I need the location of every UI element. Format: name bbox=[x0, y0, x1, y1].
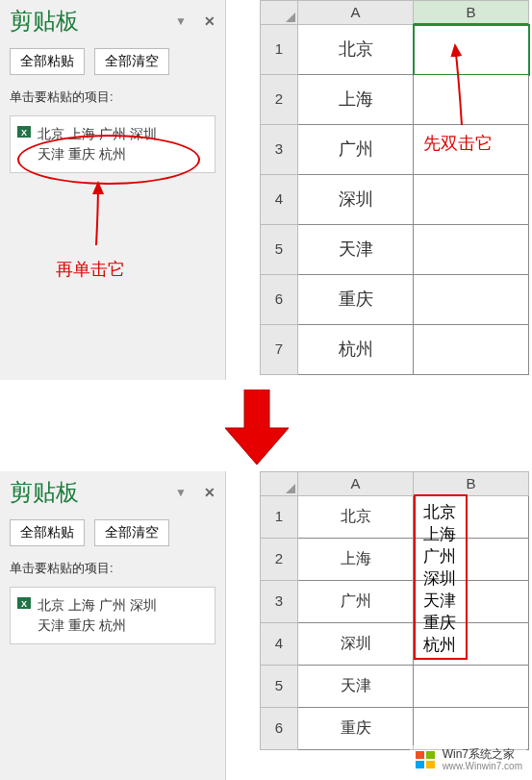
cell-a5[interactable]: 天津 bbox=[298, 225, 414, 275]
close-icon[interactable]: ✕ bbox=[204, 13, 215, 29]
clear-all-button[interactable]: 全部清空 bbox=[94, 48, 169, 75]
excel-icon: X bbox=[16, 595, 32, 611]
watermark-title: Win7系统之家 bbox=[443, 747, 522, 761]
row-header[interactable]: 2 bbox=[260, 75, 298, 125]
clipboard-content-box: X 北京 上海 广州 深圳 天津 重庆 杭州 bbox=[10, 115, 215, 173]
cell-b1-pasted-content[interactable]: 北京 上海 广州 深圳 天津 重庆 杭州 bbox=[418, 498, 523, 661]
paste-all-button[interactable]: 全部粘贴 bbox=[10, 48, 85, 75]
clipboard-panel: 剪贴板 ▼ ✕ 全部粘贴 全部清空 单击要粘贴的项目: X 北京 上海 广州 深… bbox=[0, 0, 226, 380]
clipboard-content-box: X 北京 上海 广州 深圳 天津 重庆 杭州 bbox=[10, 587, 215, 644]
watermark-url: www.Winwin7.com bbox=[443, 761, 522, 772]
excel-icon: X bbox=[16, 124, 32, 139]
clip-line2: 天津 重庆 杭州 bbox=[38, 146, 126, 162]
watermark-text: Win7系统之家 www.Winwin7.com bbox=[443, 747, 522, 772]
col-header-b[interactable]: B bbox=[414, 0, 529, 25]
clipboard-button-row: 全部粘贴 全部清空 bbox=[0, 44, 225, 83]
clipboard-items-label: 单击要粘贴的项目: bbox=[0, 554, 225, 583]
cell-a1[interactable]: 北京 bbox=[298, 25, 414, 75]
clip-line1: 北京 上海 广州 深圳 bbox=[38, 126, 157, 141]
clipboard-title: 剪贴板 bbox=[10, 477, 175, 508]
svg-text:X: X bbox=[21, 128, 27, 138]
svg-rect-7 bbox=[416, 751, 424, 759]
clipboard-title: 剪贴板 bbox=[10, 6, 175, 37]
select-all-corner[interactable] bbox=[260, 0, 298, 25]
cell-b3[interactable] bbox=[414, 125, 529, 175]
cell-b6[interactable] bbox=[414, 275, 529, 325]
col-header-b[interactable]: B bbox=[414, 471, 529, 496]
cell-a6[interactable]: 重庆 bbox=[298, 275, 414, 325]
row-header[interactable]: 6 bbox=[260, 708, 298, 750]
row-header[interactable]: 5 bbox=[260, 666, 298, 708]
col-header-a[interactable]: A bbox=[298, 471, 414, 496]
clipboard-header: 剪贴板 ▼ ✕ bbox=[0, 471, 225, 516]
clipboard-item-text: 北京 上海 广州 深圳 天津 重庆 杭州 bbox=[38, 595, 157, 636]
cell-a2[interactable]: 上海 bbox=[298, 75, 414, 125]
row-header[interactable]: 5 bbox=[260, 225, 298, 275]
cell-a3[interactable]: 广州 bbox=[298, 125, 414, 175]
watermark-logo-icon bbox=[414, 748, 437, 771]
top-section: 剪贴板 ▼ ✕ 全部粘贴 全部清空 单击要粘贴的项目: X 北京 上海 广州 深… bbox=[0, 0, 532, 380]
clipboard-button-row: 全部粘贴 全部清空 bbox=[0, 516, 225, 554]
clip-line1: 北京 上海 广州 深圳 bbox=[38, 597, 157, 613]
cell-b5[interactable] bbox=[414, 666, 529, 708]
cell-a4[interactable]: 深圳 bbox=[298, 175, 414, 225]
row-header[interactable]: 1 bbox=[260, 25, 298, 75]
row-header[interactable]: 4 bbox=[260, 175, 298, 225]
cell-b4[interactable] bbox=[414, 175, 529, 225]
cell-b1[interactable] bbox=[414, 25, 529, 75]
clip-line2: 天津 重庆 杭州 bbox=[38, 617, 126, 633]
cell-a7[interactable]: 杭州 bbox=[298, 325, 414, 375]
row-header[interactable]: 6 bbox=[260, 275, 298, 325]
cell-a6[interactable]: 重庆 bbox=[298, 708, 414, 750]
clipboard-item[interactable]: X 北京 上海 广州 深圳 天津 重庆 杭州 bbox=[16, 124, 209, 164]
paste-all-button[interactable]: 全部粘贴 bbox=[10, 519, 85, 546]
cell-a5[interactable]: 天津 bbox=[298, 666, 414, 708]
row-header[interactable]: 4 bbox=[260, 623, 298, 666]
select-all-corner[interactable] bbox=[260, 471, 298, 496]
clipboard-header: 剪贴板 ▼ ✕ bbox=[0, 0, 225, 44]
cell-a4[interactable]: 深圳 bbox=[298, 623, 414, 666]
row-header[interactable]: 3 bbox=[260, 581, 298, 623]
watermark: Win7系统之家 www.Winwin7.com bbox=[410, 745, 526, 774]
clipboard-items-label: 单击要粘贴的项目: bbox=[0, 83, 225, 112]
row-header[interactable]: 2 bbox=[260, 539, 298, 581]
dropdown-icon[interactable]: ▼ bbox=[175, 14, 187, 28]
row-header[interactable]: 3 bbox=[260, 125, 298, 175]
clipboard-item[interactable]: X 北京 上海 广州 深圳 天津 重庆 杭州 bbox=[16, 595, 209, 636]
cell-b5[interactable] bbox=[414, 225, 529, 275]
bottom-section: 剪贴板 ▼ ✕ 全部粘贴 全部清空 单击要粘贴的项目: X 北京 上海 广州 深… bbox=[0, 471, 532, 780]
clear-all-button[interactable]: 全部清空 bbox=[94, 519, 169, 546]
close-icon[interactable]: ✕ bbox=[204, 485, 215, 500]
row-header[interactable]: 7 bbox=[260, 325, 298, 375]
cell-a2[interactable]: 上海 bbox=[298, 539, 414, 581]
svg-rect-9 bbox=[416, 761, 424, 768]
cell-a3[interactable]: 广州 bbox=[298, 581, 414, 623]
svg-rect-10 bbox=[426, 761, 435, 768]
col-header-a[interactable]: A bbox=[298, 0, 414, 25]
svg-rect-8 bbox=[426, 751, 435, 759]
svg-marker-4 bbox=[225, 390, 289, 465]
cell-b6[interactable] bbox=[414, 708, 529, 750]
cell-b2[interactable] bbox=[414, 75, 529, 125]
clipboard-panel-bottom: 剪贴板 ▼ ✕ 全部粘贴 全部清空 单击要粘贴的项目: X 北京 上海 广州 深… bbox=[0, 471, 226, 780]
cell-a1[interactable]: 北京 bbox=[298, 496, 414, 539]
spreadsheet-top: A B 1北京 2上海 3广州 4深圳 5天津 6重庆 7杭州 bbox=[260, 0, 529, 375]
big-arrow-icon bbox=[223, 390, 291, 466]
dropdown-icon[interactable]: ▼ bbox=[175, 486, 187, 499]
clipboard-item-text: 北京 上海 广州 深圳 天津 重庆 杭州 bbox=[38, 124, 157, 164]
cell-b7[interactable] bbox=[414, 325, 529, 375]
svg-text:X: X bbox=[21, 599, 27, 609]
row-header[interactable]: 1 bbox=[260, 496, 298, 539]
